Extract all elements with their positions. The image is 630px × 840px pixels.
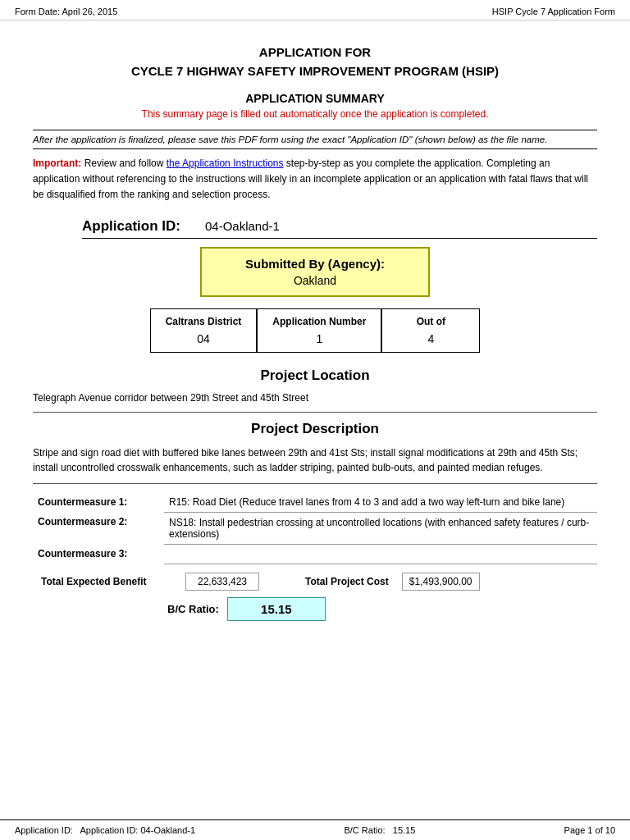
out-of-value: 4 xyxy=(397,332,464,345)
agency-box-wrapper: Submitted By (Agency): Oakland xyxy=(33,247,597,297)
out-of-box: Out of 4 xyxy=(381,308,480,353)
app-id-row: Application ID: 04-Oakland-1 xyxy=(82,218,597,239)
main-title-line2: CYCLE 7 HIGHWAY SAFETY IMPROVEMENT PROGR… xyxy=(33,62,597,81)
countermeasure-value: R15: Road Diet (Reduce travel lanes from… xyxy=(164,492,597,513)
footer-bc-value: 15.15 xyxy=(393,825,416,835)
out-of-label: Out of xyxy=(397,316,464,327)
countermeasure-row: Countermeasure 3: xyxy=(33,544,597,564)
countermeasure-row: Countermeasure 1:R15: Road Diet (Reduce … xyxy=(33,492,597,513)
footer-bc-label: B/C Ratio: xyxy=(344,825,385,835)
page-header: Form Date: April 26, 2015 HSIP Cycle 7 A… xyxy=(0,0,630,21)
footer-page: Page 1 of 10 xyxy=(564,825,615,835)
form-title: HSIP Cycle 7 Application Form xyxy=(492,7,615,16)
agency-box-title: Submitted By (Agency): xyxy=(235,257,395,271)
countermeasure-value: NS18: Install pedestrian crossing at unc… xyxy=(164,512,597,544)
caltrans-district-label: Caltrans District xyxy=(166,316,242,327)
bc-ratio-value: 15.15 xyxy=(227,597,326,621)
countermeasure-label: Countermeasure 1: xyxy=(33,492,164,513)
three-info-boxes: Caltrans District 04 Application Number … xyxy=(33,308,597,353)
important-text: Review and follow xyxy=(84,158,167,169)
agency-box: Submitted By (Agency): Oakland xyxy=(200,247,430,297)
bc-ratio-row: B/C Ratio: 15.15 xyxy=(167,597,597,621)
total-expected-benefit-value: 22,633,423 xyxy=(185,573,259,591)
footer-app-id: Application ID: Application ID: 04-Oakla… xyxy=(15,825,195,835)
caltrans-district-box: Caltrans District 04 xyxy=(150,308,258,353)
benefit-row: Total Expected Benefit 22,633,423 Total … xyxy=(41,573,597,591)
project-location-text: Telegraph Avenue corridor between 29th S… xyxy=(33,392,597,404)
main-content: APPLICATION FOR CYCLE 7 HIGHWAY SAFETY I… xyxy=(0,21,630,819)
app-summary-subtitle: This summary page is filled out automati… xyxy=(33,108,597,120)
application-number-box: Application Number 1 xyxy=(257,308,381,353)
countermeasure-row: Countermeasure 2:NS18: Install pedestria… xyxy=(33,512,597,544)
important-label: Important: xyxy=(33,158,81,169)
page-wrapper: Form Date: April 26, 2015 HSIP Cycle 7 A… xyxy=(0,0,630,840)
agency-box-value: Oakland xyxy=(235,274,395,287)
project-location-title: Project Location xyxy=(33,368,597,384)
italic-note: After the application is finalized, plea… xyxy=(33,130,597,149)
project-desc-title: Project Description xyxy=(33,421,597,437)
application-instructions-link[interactable]: the Application Instructions xyxy=(167,158,284,169)
footer-app-id-value: Application ID: 04-Oakland-1 xyxy=(80,825,196,835)
divider2 xyxy=(33,483,597,484)
app-summary-title: APPLICATION SUMMARY xyxy=(33,92,597,105)
important-block: Important: Review and follow the Applica… xyxy=(33,156,597,203)
countermeasure-label: Countermeasure 2: xyxy=(33,512,164,544)
caltrans-district-value: 04 xyxy=(166,332,242,345)
footer-bc: B/C Ratio: 15.15 xyxy=(344,825,415,835)
application-number-value: 1 xyxy=(272,332,366,345)
divider1 xyxy=(33,412,597,413)
countermeasure-value xyxy=(164,544,597,564)
app-id-label: Application ID: xyxy=(82,218,180,235)
total-expected-benefit-label: Total Expected Benefit xyxy=(41,576,172,587)
app-id-value: 04-Oakland-1 xyxy=(205,219,280,233)
footer-app-id-text: Application ID: xyxy=(15,825,80,835)
countermeasure-label: Countermeasure 3: xyxy=(33,544,164,564)
countermeasures-table: Countermeasure 1:R15: Road Diet (Reduce … xyxy=(33,492,597,564)
main-title-line1: APPLICATION FOR xyxy=(33,43,597,62)
application-number-label: Application Number xyxy=(272,316,366,327)
total-project-cost-value: $1,493,900.00 xyxy=(402,573,480,591)
total-project-cost-label: Total Project Cost xyxy=(305,576,389,587)
form-date: Form Date: April 26, 2015 xyxy=(15,7,117,16)
bc-ratio-label: B/C Ratio: xyxy=(167,603,219,615)
main-title: APPLICATION FOR CYCLE 7 HIGHWAY SAFETY I… xyxy=(33,43,597,80)
page-footer: Application ID: Application ID: 04-Oakla… xyxy=(0,819,630,840)
project-desc-text: Stripe and sign road diet with buffered … xyxy=(33,445,597,475)
